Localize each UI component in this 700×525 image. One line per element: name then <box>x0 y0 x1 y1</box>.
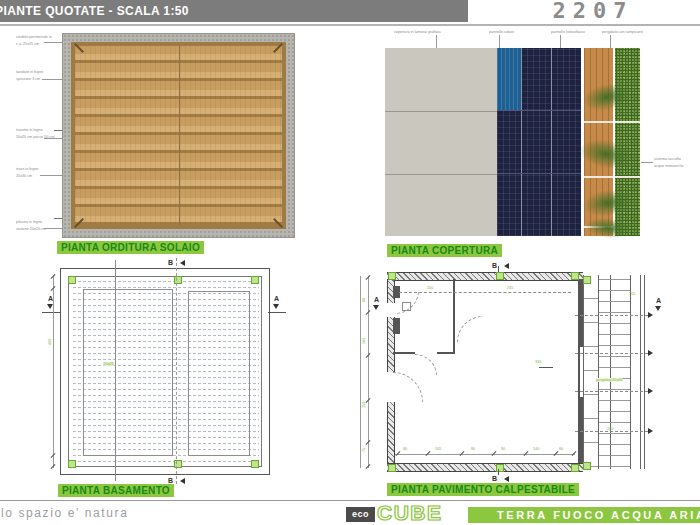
copertura-annotation: copertura in lamiera graffata <box>394 30 440 34</box>
panel-seam <box>385 174 497 175</box>
copertura-plan <box>385 48 640 236</box>
pier <box>496 272 504 280</box>
orditura-plan <box>62 33 295 238</box>
pier <box>68 276 76 284</box>
green-joint <box>615 176 640 178</box>
timber-floor-planks <box>75 46 282 225</box>
basamento-plan: 25x25 <box>60 268 270 475</box>
leader-line <box>499 35 500 48</box>
plan-centerline <box>179 46 180 225</box>
dim-tick <box>539 367 553 368</box>
dimension-text: 80 <box>471 447 475 451</box>
edge-tick <box>54 130 62 131</box>
sheet-number: 2207 <box>538 0 648 23</box>
section-marker-b-top: B <box>168 259 173 266</box>
pier <box>571 272 579 280</box>
company-tagline: lo spazio e' natura <box>1 506 128 520</box>
dimension-line <box>399 292 571 293</box>
logo-eco: eco <box>346 507 375 522</box>
header-divider <box>0 24 700 26</box>
dimension-text: 75 <box>362 448 366 452</box>
projection-arrow <box>648 350 653 356</box>
pavimento-label: PIANTA PAVIMENTO CALPESTABILE <box>387 483 579 496</box>
basamento-label: PIANTA BASAMENTO <box>58 484 174 497</box>
leader-line <box>641 162 653 163</box>
climbing-plant <box>584 216 632 241</box>
edge-tick <box>54 218 62 219</box>
section-tail <box>42 312 60 313</box>
door-swing <box>457 316 483 342</box>
module-seam <box>497 110 581 111</box>
orditura-annotation: trave in legno 20x30 cm <box>16 167 62 181</box>
projection-line <box>575 315 648 316</box>
copertura-annotation-right: sistema raccolta acque meteoriche <box>654 157 700 171</box>
dimension-text: 105 <box>629 292 635 296</box>
dimension-chain <box>360 276 361 468</box>
dim-tick <box>572 451 577 456</box>
elements-text: TERRA FUOCO ACQUA ARIA <box>497 507 700 523</box>
bathroom-fixture <box>393 318 400 334</box>
dimension-text: 140 <box>533 447 539 451</box>
logo-cube: CUBE <box>377 501 443 525</box>
dimension-text: 90 <box>501 447 505 451</box>
solar-thermal-panel <box>497 48 521 110</box>
pier <box>68 460 76 468</box>
pier <box>388 464 396 472</box>
partition-wall <box>453 279 455 354</box>
deck-boards <box>584 277 598 467</box>
deck-rail <box>644 275 645 469</box>
deck-joint <box>584 121 613 123</box>
section-line <box>115 260 116 481</box>
module-seam <box>551 48 552 236</box>
timber-rim <box>71 42 286 229</box>
deck-rail <box>640 275 641 469</box>
door-swing <box>393 372 423 402</box>
bathroom-fixture <box>402 302 411 311</box>
module-seam <box>497 173 581 174</box>
module-seam <box>521 48 522 236</box>
section-marker-b-top: B <box>492 262 497 269</box>
section-marker-b-bottom: B <box>492 475 497 482</box>
drawing-sheet: PIANTE QUOTATE - SCALA 1:50 2207 cordolo… <box>0 0 700 525</box>
projection-arrow <box>648 388 653 394</box>
dimension-text: 60 <box>559 447 563 451</box>
pier <box>571 464 579 472</box>
deck-boards <box>599 277 630 467</box>
partition-wall <box>393 352 415 354</box>
section-arrow <box>180 478 185 484</box>
dimension-text: 25x25 <box>103 362 114 366</box>
copertura-annotation: pergolato con rampicanti <box>602 30 643 34</box>
projection-line <box>575 391 648 392</box>
dimension-text: 60 <box>403 447 407 451</box>
door-opening <box>386 303 395 317</box>
section-marker-a-right: A <box>656 297 661 304</box>
dimension-chain <box>53 275 54 468</box>
plan-centerline <box>176 258 177 484</box>
dimension-line <box>395 454 575 455</box>
orditura-label: PIANTA ORDITURA SOLAIO <box>57 241 204 254</box>
pier <box>251 460 259 468</box>
pergola-deck: 105 pergolato 60x60 240 <box>583 275 645 469</box>
pavimento-plan: 150 245 60 145 80 90 140 60 330 <box>387 272 583 472</box>
projection-line <box>575 353 648 354</box>
section-arrow <box>273 304 279 309</box>
dimension-text: pergolato 60x60 <box>596 378 623 382</box>
foundation-pad <box>188 291 250 456</box>
pier <box>583 462 591 470</box>
section-arrow <box>373 305 379 310</box>
section-tail <box>498 266 499 272</box>
pier <box>388 272 396 280</box>
section-arrow <box>655 306 661 311</box>
wall-top <box>387 272 583 281</box>
dimension-text: 150 <box>427 286 433 290</box>
section-tail <box>498 469 499 475</box>
dimension-text: 440 <box>48 339 52 345</box>
deck-rail <box>630 275 631 469</box>
deck-joint <box>584 176 613 178</box>
pier <box>583 276 591 284</box>
leader-line <box>610 35 611 48</box>
section-marker-a-right: A <box>274 295 279 302</box>
section-arrow <box>504 263 509 269</box>
foundation-pad <box>83 289 173 456</box>
section-tail <box>268 312 286 313</box>
